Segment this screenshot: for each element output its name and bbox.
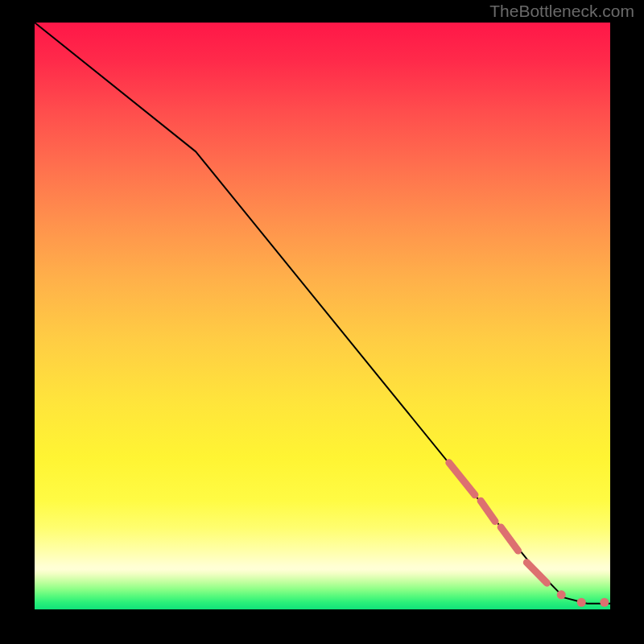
bottleneck-curve: [35, 23, 610, 604]
highlight-dot: [577, 598, 586, 607]
highlight-dot: [557, 590, 566, 599]
plot-area: [35, 23, 610, 609]
highlight-dash: [501, 527, 518, 551]
highlight-dash: [526, 563, 547, 584]
highlight-dot: [600, 598, 609, 607]
highlight-dash: [481, 501, 495, 522]
chart-frame: TheBottleneck.com: [0, 0, 644, 644]
curve-svg: [35, 23, 610, 609]
attribution-text: TheBottleneck.com: [489, 2, 634, 21]
highlight-group: [449, 463, 609, 607]
highlight-dash: [449, 463, 475, 495]
